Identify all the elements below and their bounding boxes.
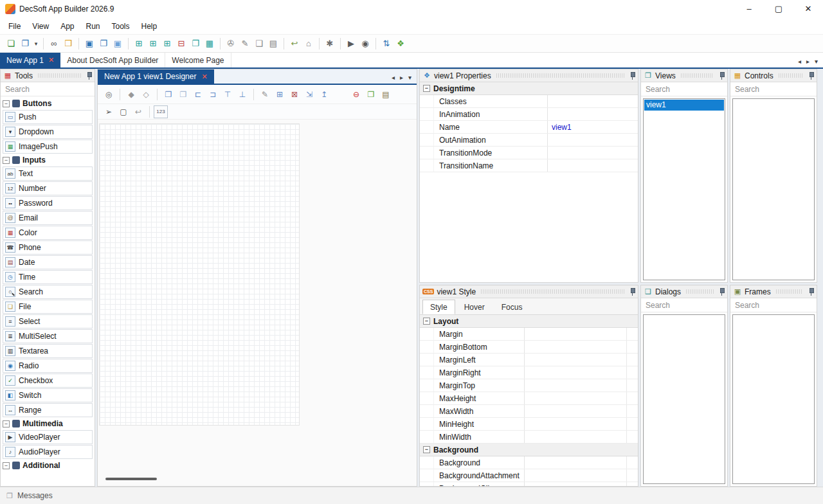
collapse-icon[interactable]: − <box>3 420 10 428</box>
copy-control-icon[interactable]: ❐ <box>364 88 378 101</box>
tools-panel-header[interactable]: ▦ Tools <box>1 69 95 82</box>
remove-view-icon[interactable]: ⊟ <box>174 37 188 51</box>
debug-app-icon[interactable]: ❖ <box>393 37 408 51</box>
style-row-marginbottom[interactable]: MarginBottom <box>420 341 638 354</box>
app-styles-icon[interactable]: ✎ <box>238 37 252 51</box>
abort-app-icon[interactable]: ◉ <box>358 37 372 51</box>
section-designtime[interactable]: − Designtime <box>420 82 638 95</box>
style-row-backgroundclip[interactable]: BackgroundClip <box>420 482 638 487</box>
collapse-icon[interactable]: − <box>423 85 430 92</box>
tools-group-buttons[interactable]: − Buttons <box>1 98 95 109</box>
style-value[interactable] <box>524 328 626 340</box>
tool-checkbox[interactable]: ✓ Checkbox <box>3 374 93 388</box>
style-row-margin[interactable]: Margin <box>420 328 638 341</box>
pin-icon[interactable] <box>719 71 725 80</box>
bring-front-icon[interactable]: ❐ <box>161 88 176 101</box>
remove-control-icon[interactable]: ⊖ <box>349 88 363 101</box>
tab-welcome-page[interactable]: Welcome Page <box>165 53 231 68</box>
maximize-button[interactable]: ▢ <box>764 0 793 18</box>
export-view-icon[interactable]: ↥ <box>317 88 331 101</box>
style-value[interactable] <box>524 469 626 482</box>
tool-file[interactable]: ❏ File <box>3 300 93 314</box>
tools-options-icon[interactable]: ✱ <box>323 37 337 51</box>
pin-icon[interactable] <box>719 287 725 296</box>
style-row-maxwidth[interactable]: MaxWidth <box>420 405 638 418</box>
multiselect-cursor-icon[interactable]: ▢ <box>116 105 131 118</box>
style-row-maxheight[interactable]: MaxHeight <box>420 392 638 405</box>
tools-group-additional[interactable]: − Additional <box>1 460 95 471</box>
designer-tab-menu-icon[interactable]: ▾ <box>408 74 412 81</box>
tool-search[interactable]: ○ Search <box>3 285 93 299</box>
style-value[interactable] <box>524 456 626 469</box>
views-search-input[interactable] <box>641 82 727 96</box>
open-app-caret-icon[interactable]: ▾ <box>32 37 40 51</box>
minimize-button[interactable]: – <box>734 0 764 18</box>
publish-icon[interactable]: ⌂ <box>302 37 316 51</box>
new-app-icon[interactable]: ❏ <box>4 37 18 51</box>
section-layout[interactable]: − Layout <box>420 315 638 328</box>
grid-numbers-icon[interactable]: 123 <box>154 105 168 118</box>
new-view-icon[interactable]: ⊞ <box>132 37 146 51</box>
tab-scroll-right-icon[interactable]: ▸ <box>806 58 809 65</box>
tool-text[interactable]: ab Text <box>3 166 93 181</box>
pin-icon[interactable] <box>808 287 814 296</box>
grid-settings-icon[interactable]: ◎ <box>102 88 116 101</box>
tool-number[interactable]: 12 Number <box>3 181 93 195</box>
tool-multiselect[interactable]: ≣ MultiSelect <box>3 329 93 343</box>
clone-view-icon[interactable]: ❐ <box>188 37 203 51</box>
tool-videoplayer[interactable]: ▶ VideoPlayer <box>3 430 93 444</box>
menu-app[interactable]: App <box>55 18 80 35</box>
menu-view[interactable]: View <box>26 18 55 35</box>
tab-close-icon[interactable]: ✕ <box>48 56 54 64</box>
dialogs-list[interactable] <box>643 314 725 484</box>
tools-group-inputs[interactable]: − Inputs <box>1 154 95 166</box>
resize-control-icon[interactable]: ⇲ <box>302 88 316 101</box>
view-list-item-view1[interactable]: view1 <box>644 100 724 111</box>
style-value[interactable] <box>524 405 626 417</box>
property-value[interactable] <box>547 159 638 172</box>
frames-list[interactable] <box>732 314 815 484</box>
menu-run[interactable]: Run <box>80 18 106 35</box>
edit-code-icon[interactable]: ⊞ <box>273 88 287 101</box>
dialogs-search-input[interactable] <box>641 298 727 312</box>
collapse-icon[interactable]: − <box>423 446 430 453</box>
tool-textarea[interactable]: ▥ Textarea <box>3 344 93 358</box>
controls-panel-header[interactable]: ▦ Controls <box>730 69 817 82</box>
pin-icon[interactable] <box>808 71 814 80</box>
collapse-icon[interactable]: − <box>423 318 430 325</box>
tool-push[interactable]: ▭ Push <box>3 110 93 124</box>
properties-panel-header[interactable]: ❖ view1 Properties <box>420 69 638 82</box>
designer-scroll-left-icon[interactable]: ◂ <box>392 74 395 81</box>
property-value[interactable] <box>547 147 638 159</box>
menu-tools[interactable]: Tools <box>106 18 136 35</box>
send-back-icon[interactable]: ❐ <box>176 88 190 101</box>
style-row-margintop[interactable]: MarginTop <box>420 379 638 392</box>
lock-controls-icon[interactable]: ◆ <box>124 88 138 101</box>
pin-icon[interactable] <box>629 71 635 80</box>
tab-new-app-1[interactable]: New App 1 ✕ <box>0 53 60 68</box>
property-row-name[interactable]: Name view1 <box>420 121 638 134</box>
tab-about-decsoft-app-builder[interactable]: About DecSoft App Builder <box>60 53 165 68</box>
property-row-transitionname[interactable]: TransitionName <box>420 159 638 172</box>
align-bottom-icon[interactable]: ⊥ <box>235 88 249 101</box>
property-row-classes[interactable]: Classes <box>420 95 638 108</box>
align-top-icon[interactable]: ⊤ <box>221 88 235 101</box>
undo-move-icon[interactable]: ↩ <box>131 105 145 118</box>
horizontal-scrollbar[interactable] <box>105 478 157 480</box>
style-value[interactable] <box>524 354 626 366</box>
tab-menu-icon[interactable]: ▾ <box>815 58 818 65</box>
sort-controls-icon[interactable]: ⇅ <box>379 37 393 51</box>
select-cursor-icon[interactable]: ➢ <box>102 105 116 118</box>
app-folders-icon[interactable]: ❒ <box>61 37 75 51</box>
save-all-icon[interactable]: ❐ <box>96 37 111 51</box>
tool-password[interactable]: •• Password <box>3 196 93 210</box>
app-resources-icon[interactable]: ❑ <box>252 37 266 51</box>
design-canvas[interactable] <box>99 123 300 426</box>
save-icon[interactable]: ▣ <box>82 37 96 51</box>
section-background[interactable]: − Background <box>420 444 638 456</box>
style-value[interactable] <box>524 379 626 392</box>
edit-style-icon[interactable]: ✎ <box>258 88 272 101</box>
tool-date[interactable]: ▤ Date <box>3 255 93 269</box>
find-in-app-icon[interactable]: ∞ <box>47 37 61 51</box>
controls-search-input[interactable] <box>730 82 817 96</box>
